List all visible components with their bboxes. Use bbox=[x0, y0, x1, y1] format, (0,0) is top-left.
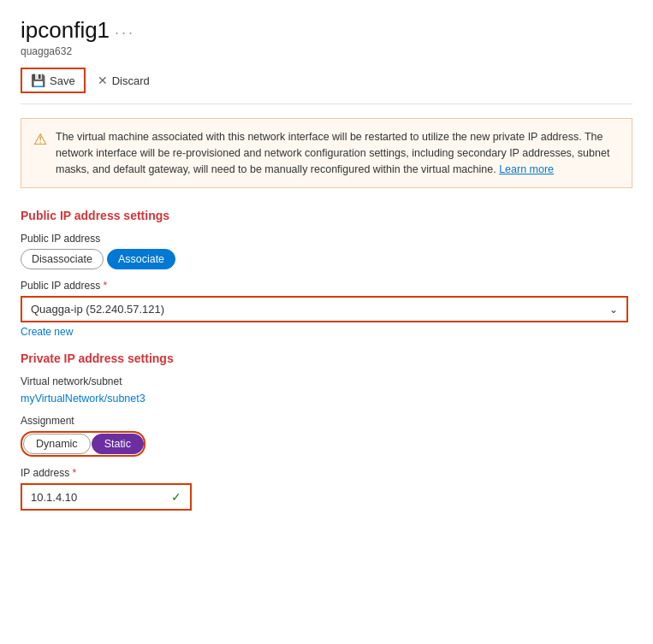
associate-button[interactable]: Associate bbox=[107, 249, 175, 269]
assignment-toggle-group: Dynamic Static bbox=[21, 431, 145, 457]
public-ip-section: Public IP address settings Public IP add… bbox=[21, 209, 632, 338]
public-ip-address-label: Public IP address bbox=[21, 233, 632, 245]
ip-address-label: IP address bbox=[21, 467, 632, 479]
public-ip-section-title: Public IP address settings bbox=[21, 209, 632, 222]
save-button[interactable]: 💾 Save bbox=[21, 68, 86, 93]
subnet-label: Virtual network/subnet bbox=[21, 375, 632, 387]
dynamic-button[interactable]: Dynamic bbox=[23, 434, 91, 454]
public-ip-toggle-buttons: Disassociate Associate bbox=[21, 249, 632, 269]
disassociate-button[interactable]: Disassociate bbox=[21, 249, 104, 269]
ip-address-input-wrapper: ✓ bbox=[21, 483, 192, 511]
ellipsis-menu[interactable]: ··· bbox=[115, 24, 135, 42]
toolbar: 💾 Save ✕ Discard bbox=[21, 68, 632, 104]
warning-banner: ⚠ The virtual machine associated with th… bbox=[21, 118, 632, 188]
subtitle: quagga632 bbox=[21, 45, 632, 57]
dropdown-arrow-icon: ⌄ bbox=[609, 304, 618, 316]
private-ip-section-title: Private IP address settings bbox=[21, 352, 632, 365]
warning-icon: ⚠ bbox=[33, 130, 47, 177]
assignment-label: Assignment bbox=[21, 415, 632, 427]
learn-more-link[interactable]: Learn more bbox=[499, 163, 554, 175]
ip-address-input[interactable] bbox=[31, 491, 166, 504]
public-ip-dropdown[interactable]: Quagga-ip (52.240.57.121) ⌄ bbox=[21, 296, 628, 322]
public-ip-dropdown-value: Quagga-ip (52.240.57.121) bbox=[31, 303, 603, 316]
ip-valid-icon: ✓ bbox=[171, 490, 181, 504]
page-title: ipconfig1 ··· bbox=[21, 17, 632, 44]
discard-icon: ✕ bbox=[98, 74, 108, 87]
private-ip-section: Private IP address settings Virtual netw… bbox=[21, 352, 632, 511]
subnet-link[interactable]: myVirtualNetwork/subnet3 bbox=[21, 393, 145, 405]
static-button[interactable]: Static bbox=[92, 434, 144, 454]
public-ip-dropdown-label: Public IP address bbox=[21, 280, 632, 292]
create-new-link[interactable]: Create new bbox=[21, 326, 73, 338]
save-icon: 💾 bbox=[31, 74, 45, 87]
discard-button[interactable]: ✕ Discard bbox=[89, 69, 158, 92]
